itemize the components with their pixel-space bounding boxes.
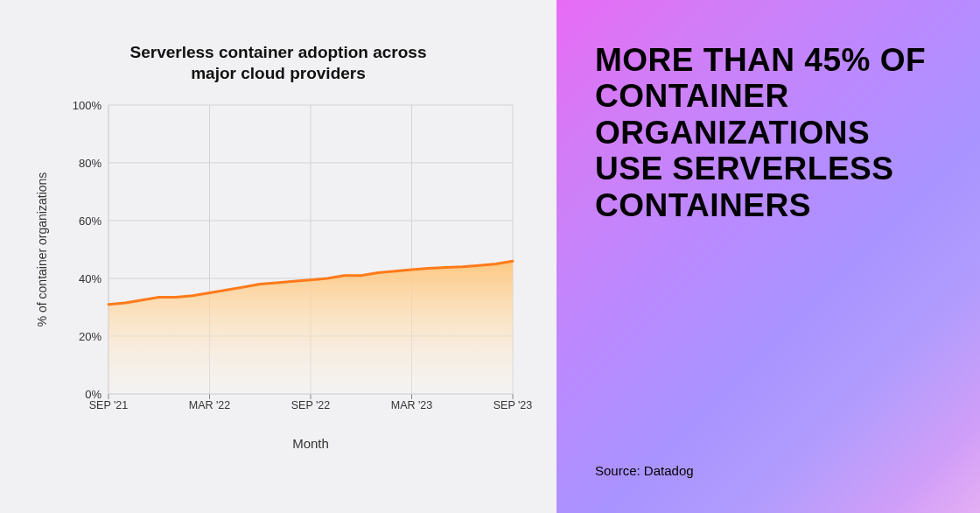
y-tick-label: 20% — [79, 330, 102, 343]
y-tick-label: 100% — [73, 99, 102, 112]
y-axis-label: % of container organizations — [35, 172, 49, 327]
y-tick-label: 40% — [79, 272, 102, 285]
x-tick-label: MAR '22 — [189, 399, 231, 411]
x-tick-label: SEP '22 — [291, 399, 331, 411]
headline-text: MORE THAN 45% OF CONTAINER ORGANIZATIONS… — [595, 42, 942, 223]
chart-title: Serverless container adoption acrossmajo… — [0, 42, 556, 84]
chart-title-line1: Serverless container adoption acrossmajo… — [130, 43, 427, 82]
source-text: Source: Datadog — [595, 463, 942, 478]
y-tick-label: 80% — [79, 157, 102, 170]
figure-root: Serverless container adoption acrossmajo… — [0, 0, 980, 513]
x-tick-label: SEP '23 — [494, 399, 533, 411]
x-tick-label: MAR '23 — [391, 399, 433, 411]
y-tick-label: 60% — [79, 214, 102, 228]
x-tick-label: SEP '21 — [89, 399, 129, 411]
plot-svg — [108, 105, 513, 394]
chart-panel: Serverless container adoption acrossmajo… — [0, 0, 556, 513]
callout-panel: MORE THAN 45% OF CONTAINER ORGANIZATIONS… — [556, 0, 980, 513]
x-axis-label: Month — [292, 436, 329, 451]
